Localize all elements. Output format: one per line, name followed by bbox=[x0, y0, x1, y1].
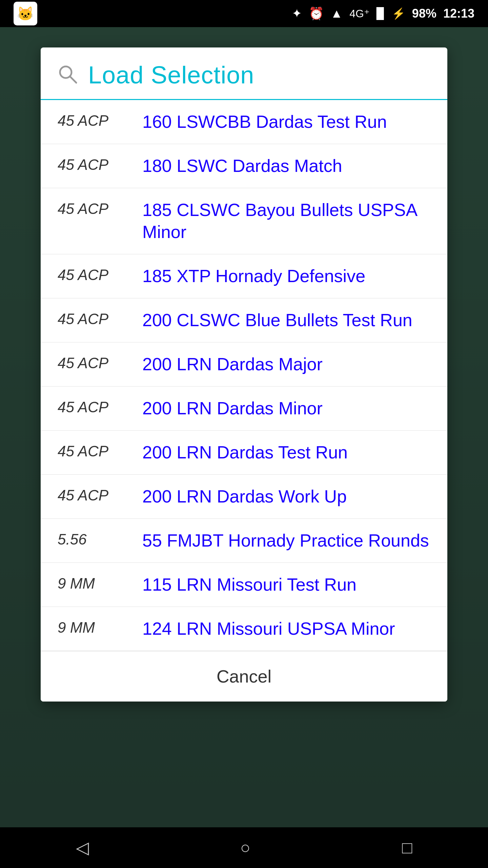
list-item[interactable]: 45 ACP160 LSWCBB Dardas Test Run bbox=[41, 100, 447, 144]
item-caliber: 45 ACP bbox=[58, 309, 142, 328]
cancel-button[interactable]: Cancel bbox=[41, 651, 447, 702]
item-name: 185 CLSWC Bayou Bullets USPSA Minor bbox=[142, 199, 430, 243]
list-item[interactable]: 45 ACP200 LRN Dardas Minor bbox=[41, 387, 447, 431]
dialog-header: Load Selection bbox=[41, 47, 447, 100]
item-name: 200 LRN Dardas Work Up bbox=[142, 486, 347, 508]
load-selection-dialog: Load Selection 45 ACP160 LSWCBB Dardas T… bbox=[41, 47, 447, 702]
recents-button[interactable]: □ bbox=[392, 834, 422, 861]
item-caliber: 45 ACP bbox=[58, 397, 142, 416]
item-name: 200 CLSWC Blue Bullets Test Run bbox=[142, 309, 412, 331]
back-button[interactable]: ◁ bbox=[66, 834, 99, 861]
dialog-title: Load Selection bbox=[88, 61, 254, 89]
list-item[interactable]: 9 MM124 LRN Missouri USPSA Minor bbox=[41, 607, 447, 651]
item-name: 180 LSWC Dardas Match bbox=[142, 155, 342, 177]
list-item[interactable]: 45 ACP200 CLSWC Blue Bullets Test Run bbox=[41, 298, 447, 342]
app-icon: 🐱 bbox=[14, 2, 37, 25]
wifi-icon: ▲ bbox=[331, 6, 343, 21]
item-caliber: 45 ACP bbox=[58, 353, 142, 372]
list-item[interactable]: 9 MM115 LRN Missouri Test Run bbox=[41, 563, 447, 607]
svg-line-1 bbox=[70, 76, 76, 83]
list-item[interactable]: 45 ACP180 LSWC Dardas Match bbox=[41, 144, 447, 188]
item-caliber: 9 MM bbox=[58, 618, 142, 636]
battery-percent: 98% bbox=[412, 6, 436, 21]
item-caliber: 45 ACP bbox=[58, 199, 142, 217]
signal-bars-icon: ▉ bbox=[377, 7, 385, 20]
item-name: 160 LSWCBB Dardas Test Run bbox=[142, 111, 387, 133]
bottom-nav-bar: ◁ ○ □ bbox=[0, 827, 488, 868]
item-name: 200 LRN Dardas Minor bbox=[142, 397, 323, 419]
list-item[interactable]: 45 ACP200 LRN Dardas Work Up bbox=[41, 475, 447, 519]
bluetooth-icon: ✦ bbox=[292, 6, 302, 21]
item-caliber: 5.56 bbox=[58, 530, 142, 548]
alarm-icon: ⏰ bbox=[309, 6, 324, 21]
item-caliber: 45 ACP bbox=[58, 486, 142, 504]
search-icon bbox=[58, 64, 78, 86]
list-item[interactable]: 45 ACP185 XTP Hornady Defensive bbox=[41, 254, 447, 298]
list-item[interactable]: 5.5655 FMJBT Hornady Practice Rounds bbox=[41, 519, 447, 563]
item-caliber: 45 ACP bbox=[58, 265, 142, 283]
clock: 12:13 bbox=[443, 6, 474, 21]
item-name: 124 LRN Missouri USPSA Minor bbox=[142, 618, 395, 640]
status-bar-left: 🐱 bbox=[14, 2, 37, 25]
item-caliber: 9 MM bbox=[58, 574, 142, 592]
home-button[interactable]: ○ bbox=[230, 834, 261, 861]
status-bar-right: ✦ ⏰ ▲ 4G⁺ ▉ ⚡ 98% 12:13 bbox=[292, 6, 474, 21]
item-caliber: 45 ACP bbox=[58, 111, 142, 129]
list-item[interactable]: 45 ACP200 LRN Dardas Test Run bbox=[41, 431, 447, 475]
item-caliber: 45 ACP bbox=[58, 155, 142, 173]
item-name: 185 XTP Hornady Defensive bbox=[142, 265, 365, 287]
load-selection-list[interactable]: 45 ACP160 LSWCBB Dardas Test Run45 ACP18… bbox=[41, 100, 447, 651]
item-caliber: 45 ACP bbox=[58, 441, 142, 460]
battery-icon: ⚡ bbox=[392, 7, 405, 20]
item-name: 200 LRN Dardas Test Run bbox=[142, 441, 348, 463]
item-name: 200 LRN Dardas Major bbox=[142, 353, 323, 375]
item-name: 55 FMJBT Hornady Practice Rounds bbox=[142, 530, 429, 552]
list-item[interactable]: 45 ACP200 LRN Dardas Major bbox=[41, 342, 447, 387]
list-item[interactable]: 45 ACP185 CLSWC Bayou Bullets USPSA Mino… bbox=[41, 188, 447, 254]
signal-icon: 4G⁺ bbox=[349, 7, 370, 20]
item-name: 115 LRN Missouri Test Run bbox=[142, 574, 357, 596]
status-bar: 🐱 ✦ ⏰ ▲ 4G⁺ ▉ ⚡ 98% 12:13 bbox=[0, 0, 488, 27]
